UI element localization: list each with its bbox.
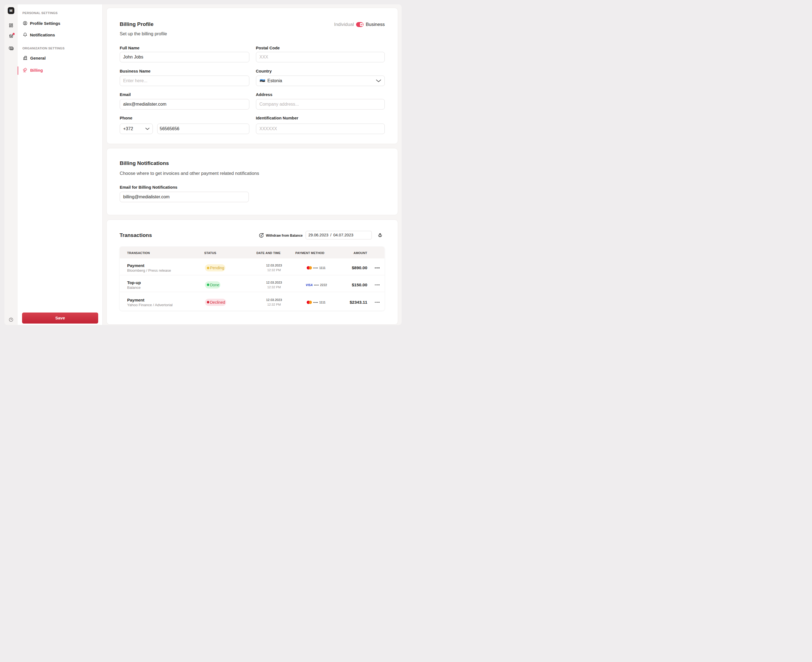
svg-text:$: $ <box>261 235 262 237</box>
